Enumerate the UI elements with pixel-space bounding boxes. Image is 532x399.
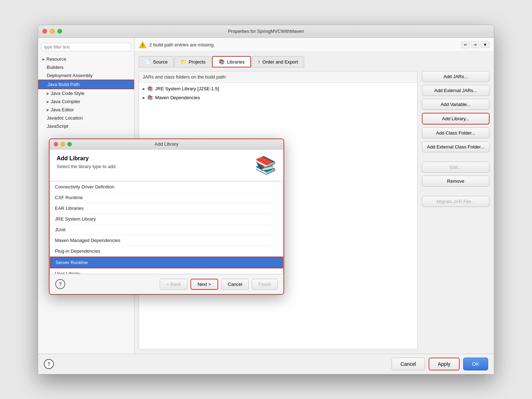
jar-item-label: JRE System Library [J2SE-1.5]: [155, 86, 219, 91]
nav-dropdown-arrow[interactable]: ▼: [481, 41, 490, 48]
separator: [422, 155, 490, 159]
migrate-jar-button[interactable]: Migrate JAR File...: [422, 196, 490, 207]
sidebar-item-label: Deployment Assembly: [47, 73, 93, 78]
tab-libraries-label: Libraries: [227, 59, 245, 65]
edit-button[interactable]: Edit...: [422, 162, 490, 173]
maximize-button[interactable]: [57, 29, 62, 34]
titlebar-buttons: [42, 29, 62, 34]
sidebar-item-label: Java Build Path: [47, 82, 80, 87]
modal-footer-buttons: < Back Next > Cancel Finish: [160, 279, 278, 290]
add-library-button[interactable]: Add Library...: [422, 113, 490, 125]
nav-forward-arrow[interactable]: ⇒: [471, 41, 479, 48]
tab-order-export-label: Order and Export: [262, 59, 298, 65]
sidebar-search-container: [41, 43, 131, 51]
sidebar-item-java-build-path[interactable]: Java Build Path: [38, 80, 134, 89]
jar-icon: 📚: [147, 86, 153, 91]
tab-source[interactable]: 📄 Source: [139, 56, 174, 67]
library-item-connectivity[interactable]: Connectivity Driver Definition: [50, 182, 283, 192]
nav-back-arrow[interactable]: ⇐: [461, 41, 470, 48]
sidebar-item-java-code-style[interactable]: ▶ Java Code Style: [38, 89, 134, 97]
finish-button[interactable]: Finish: [252, 279, 278, 290]
jar-arrow-icon: ▶: [143, 96, 145, 100]
modal-close-button[interactable]: [54, 142, 58, 146]
arrow-icon: ▶: [47, 92, 49, 95]
sidebar-item-resource[interactable]: ▶ Resource: [38, 55, 134, 63]
projects-tab-icon: 📁: [180, 59, 186, 65]
library-item-ear[interactable]: EAR Libraries: [50, 203, 283, 214]
sidebar-item-label: Java Compiler: [51, 99, 80, 104]
sidebar-item-java-editor[interactable]: ▶ Java Editor: [38, 106, 134, 114]
add-library-dialog: Add Library Add Library Select the libra…: [49, 138, 284, 295]
separator-2: [422, 190, 490, 193]
sidebar-item-label: Builders: [47, 65, 63, 70]
add-variable-button[interactable]: Add Variable...: [422, 99, 490, 110]
sidebar-item-javadoc[interactable]: Javadoc Location: [38, 114, 134, 122]
window-title: Properties for SpringMVCWithMaven: [228, 29, 304, 34]
back-button[interactable]: < Back: [160, 279, 188, 290]
modal-maximize-button[interactable]: [67, 142, 72, 146]
add-external-jars-button[interactable]: Add External JARs...: [422, 85, 490, 96]
library-item-junit[interactable]: JUnit: [50, 224, 283, 235]
modal-titlebar-buttons: [54, 142, 72, 146]
sidebar-item-label: Java Editor: [51, 107, 74, 112]
help-button[interactable]: ?: [44, 359, 54, 369]
modal-title: Add Library: [155, 141, 178, 147]
main-window: Properties for SpringMVCWithMaven ▶ Reso…: [38, 25, 494, 374]
titlebar: Properties for SpringMVCWithMaven: [38, 25, 494, 38]
jar-item-label: Maven Dependencies: [155, 95, 200, 100]
warning-text: 2 build path entries are missing.: [149, 42, 459, 47]
bottom-left: ?: [38, 355, 60, 373]
tab-source-label: Source: [153, 59, 168, 65]
add-class-folder-button[interactable]: Add Class Folder...: [422, 127, 490, 138]
sidebar-item-label: JavaScript: [47, 123, 68, 129]
jar-item-jre[interactable]: ▶ 📚 JRE System Library [J2SE-1.5]: [139, 84, 417, 93]
tab-projects-label: Projects: [189, 59, 205, 65]
sidebar-item-label: Resource: [46, 56, 66, 62]
library-type-list[interactable]: Connectivity Driver Definition CXF Runti…: [50, 181, 283, 274]
library-item-user[interactable]: User Library: [50, 268, 283, 274]
modal-library-icon: 📚: [255, 155, 276, 175]
remove-button[interactable]: Remove: [422, 176, 490, 187]
modal-minimize-button[interactable]: [61, 142, 65, 146]
cancel-button[interactable]: Cancel: [221, 279, 249, 290]
library-item-maven[interactable]: Maven Managed Dependencies: [50, 235, 283, 246]
sidebar-item-javascript[interactable]: JavaScript: [38, 122, 134, 130]
ok-button[interactable]: OK: [463, 358, 488, 370]
minimize-button[interactable]: [50, 29, 55, 34]
add-external-class-folder-button[interactable]: Add External Class Folder...: [422, 141, 490, 152]
modal-heading: Add Library: [57, 155, 117, 162]
warning-bar: 2 build path entries are missing. ⇐ ⇒ ▼: [134, 38, 494, 52]
library-item-server-runtime[interactable]: Server Runtime: [50, 257, 283, 268]
nav-arrows: ⇐ ⇒ ▼: [461, 41, 490, 48]
apply-button[interactable]: Apply: [429, 358, 460, 370]
sidebar-item-java-compiler[interactable]: ▶ Java Compiler: [38, 97, 134, 106]
arrow-icon: ▶: [47, 108, 49, 112]
library-item-jre[interactable]: JRE System Library: [50, 214, 283, 224]
search-input[interactable]: [41, 43, 131, 51]
library-item-plugin[interactable]: Plug-in Dependencies: [50, 246, 283, 257]
sidebar-item-deployment[interactable]: Deployment Assembly: [38, 71, 134, 80]
window-body: ▶ Resource Builders Deployment Assembly …: [38, 38, 494, 354]
modal-header: Add Library Select the library type to a…: [50, 150, 283, 181]
modal-description: Select the library type to add.: [57, 164, 117, 169]
libraries-tab-icon: 📚: [219, 59, 225, 65]
modal-footer: ? < Back Next > Cancel Finish: [50, 274, 283, 294]
sidebar-item-builders[interactable]: Builders: [38, 63, 134, 71]
jars-list: ▶ 📚 JRE System Library [J2SE-1.5] ▶ 📚 Ma…: [139, 83, 417, 103]
source-tab-icon: 📄: [145, 59, 151, 65]
add-jars-button[interactable]: Add JARs...: [422, 71, 490, 82]
tab-libraries[interactable]: 📚 Libraries: [212, 56, 251, 67]
help-icon[interactable]: ?: [55, 279, 65, 289]
library-item-cxf[interactable]: CXF Runtime: [50, 192, 283, 203]
cancel-button[interactable]: Cancel: [392, 358, 425, 370]
warning-icon: [139, 41, 147, 49]
tabs-row: 📄 Source 📁 Projects 📚 Libraries ↑ Order …: [139, 56, 490, 67]
arrow-icon: ▶: [42, 57, 45, 61]
tab-order-export[interactable]: ↑ Order and Export: [252, 56, 304, 67]
tab-projects[interactable]: 📁 Projects: [174, 56, 211, 67]
close-button[interactable]: [42, 29, 47, 34]
order-export-tab-icon: ↑: [258, 59, 260, 65]
next-button[interactable]: Next >: [190, 279, 218, 290]
jars-label: JARs and class folders on the build path…: [139, 71, 417, 83]
jar-item-maven[interactable]: ▶ 📚 Maven Dependencies: [139, 93, 417, 102]
